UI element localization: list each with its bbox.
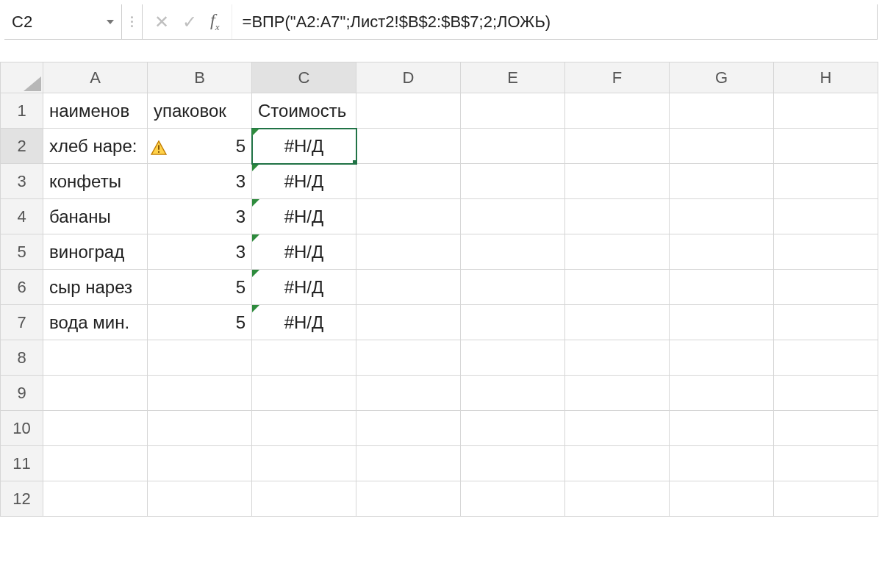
cell-A11[interactable] <box>43 446 148 481</box>
cell-B7[interactable]: 5 <box>148 305 252 340</box>
cell-D4[interactable] <box>356 199 461 234</box>
cell-G8[interactable] <box>670 340 774 376</box>
row-header-3[interactable]: 3 <box>1 164 43 199</box>
cell-A12[interactable] <box>43 481 148 517</box>
cell-B6[interactable]: 5 <box>148 270 252 305</box>
row-header-1[interactable]: 1 <box>1 93 43 129</box>
cell-H6[interactable] <box>774 270 878 305</box>
cell-A2[interactable]: хлеб наре: <box>43 129 148 164</box>
cell-H1[interactable] <box>774 93 878 129</box>
cell-G6[interactable] <box>670 270 774 305</box>
cell-F2[interactable] <box>565 129 670 164</box>
cell-A8[interactable] <box>43 340 148 376</box>
cell-B8[interactable] <box>148 340 252 376</box>
cell-D3[interactable] <box>356 164 461 199</box>
cell-F11[interactable] <box>565 446 670 481</box>
cell-A5[interactable]: виноград <box>43 234 148 270</box>
row-header-8[interactable]: 8 <box>1 340 43 376</box>
cell-B2[interactable]: 5 <box>148 129 252 164</box>
cell-H4[interactable] <box>774 199 878 234</box>
col-header-G[interactable]: G <box>670 62 774 93</box>
cell-G4[interactable] <box>670 199 774 234</box>
cell-G2[interactable] <box>670 129 774 164</box>
row-header-12[interactable]: 12 <box>1 481 43 517</box>
cell-H2[interactable] <box>774 129 878 164</box>
col-header-A[interactable]: A <box>43 62 148 93</box>
cell-G1[interactable] <box>670 93 774 129</box>
cell-D10[interactable] <box>356 411 461 446</box>
cell-E1[interactable] <box>461 93 565 129</box>
cell-B5[interactable]: 3 <box>148 234 252 270</box>
fx-icon[interactable]: fx <box>210 10 220 33</box>
cell-E7[interactable] <box>461 305 565 340</box>
row-header-2[interactable]: 2 <box>1 129 43 164</box>
cell-C5[interactable]: #Н/Д <box>252 234 356 270</box>
cell-D1[interactable] <box>356 93 461 129</box>
cell-H3[interactable] <box>774 164 878 199</box>
cell-B9[interactable] <box>148 376 252 411</box>
cell-D6[interactable] <box>356 270 461 305</box>
cell-G12[interactable] <box>670 481 774 517</box>
cell-A3[interactable]: конфеты <box>43 164 148 199</box>
cell-B11[interactable] <box>148 446 252 481</box>
col-header-C[interactable]: C <box>252 62 356 93</box>
cell-E11[interactable] <box>461 446 565 481</box>
cell-E5[interactable] <box>461 234 565 270</box>
cell-F12[interactable] <box>565 481 670 517</box>
cell-D9[interactable] <box>356 376 461 411</box>
cell-B10[interactable] <box>148 411 252 446</box>
name-box[interactable]: C2 <box>12 12 102 32</box>
cell-C8[interactable] <box>252 340 356 376</box>
cell-H8[interactable] <box>774 340 878 376</box>
formula-bar-expand[interactable] <box>122 4 143 39</box>
cell-C3[interactable]: #Н/Д <box>252 164 356 199</box>
chevron-down-icon[interactable] <box>107 20 114 24</box>
col-header-E[interactable]: E <box>461 62 565 93</box>
row-header-11[interactable]: 11 <box>1 446 43 481</box>
row-header-6[interactable]: 6 <box>1 270 43 305</box>
cell-D12[interactable] <box>356 481 461 517</box>
cell-F9[interactable] <box>565 376 670 411</box>
cell-D5[interactable] <box>356 234 461 270</box>
cell-G9[interactable] <box>670 376 774 411</box>
cell-G7[interactable] <box>670 305 774 340</box>
cell-G3[interactable] <box>670 164 774 199</box>
col-header-F[interactable]: F <box>565 62 670 93</box>
cell-H10[interactable] <box>774 411 878 446</box>
cell-G5[interactable] <box>670 234 774 270</box>
cell-F7[interactable] <box>565 305 670 340</box>
cell-B4[interactable]: 3 <box>148 199 252 234</box>
cell-F5[interactable] <box>565 234 670 270</box>
cell-B1[interactable]: упаковок <box>148 93 252 129</box>
cell-A6[interactable]: сыр нарез <box>43 270 148 305</box>
cell-C1[interactable]: Стоимость <box>252 93 356 129</box>
cell-E4[interactable] <box>461 199 565 234</box>
cell-E9[interactable] <box>461 376 565 411</box>
cell-E12[interactable] <box>461 481 565 517</box>
cell-E10[interactable] <box>461 411 565 446</box>
cancel-icon[interactable]: ✕ <box>154 12 169 32</box>
cell-F8[interactable] <box>565 340 670 376</box>
cell-F1[interactable] <box>565 93 670 129</box>
cell-D11[interactable] <box>356 446 461 481</box>
cell-A10[interactable] <box>43 411 148 446</box>
cell-D2[interactable] <box>356 129 461 164</box>
cell-H11[interactable] <box>774 446 878 481</box>
cell-A4[interactable]: бананы <box>43 199 148 234</box>
cell-F3[interactable] <box>565 164 670 199</box>
cell-C10[interactable] <box>252 411 356 446</box>
cell-F4[interactable] <box>565 199 670 234</box>
cell-D7[interactable] <box>356 305 461 340</box>
col-header-D[interactable]: D <box>356 62 461 93</box>
cell-E3[interactable] <box>461 164 565 199</box>
cell-C6[interactable]: #Н/Д <box>252 270 356 305</box>
cell-B12[interactable] <box>148 481 252 517</box>
col-header-B[interactable]: B <box>148 62 252 93</box>
cell-H9[interactable] <box>774 376 878 411</box>
cell-G10[interactable] <box>670 411 774 446</box>
cell-H5[interactable] <box>774 234 878 270</box>
cell-A1[interactable]: наименов <box>43 93 148 129</box>
cell-F10[interactable] <box>565 411 670 446</box>
cell-C2[interactable]: #Н/Д <box>252 129 356 164</box>
cell-C11[interactable] <box>252 446 356 481</box>
